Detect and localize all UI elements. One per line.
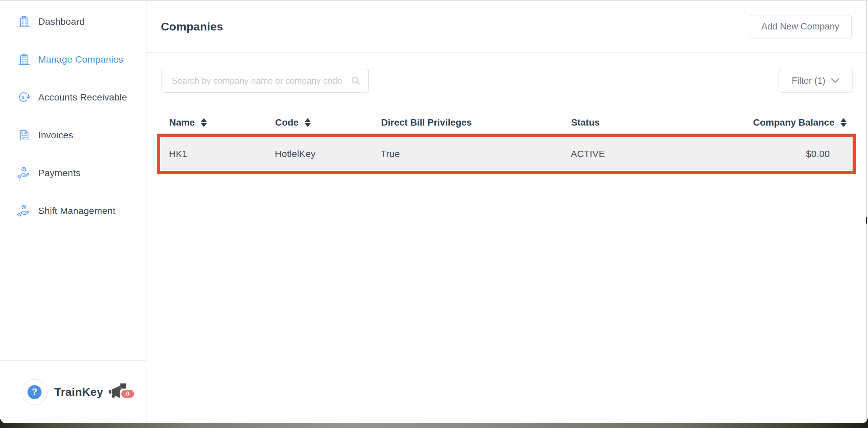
sidebar-item-label: Manage Companies <box>38 54 123 65</box>
hand-coin-icon: $ <box>18 166 31 180</box>
cell-name: HK1 <box>169 149 275 159</box>
cell-code: HotlelKey <box>275 149 381 159</box>
sidebar-item-payments[interactable]: $ Payments <box>18 162 146 185</box>
cell-direct-bill-privileges: True <box>381 149 571 159</box>
sidebar-item-shift-management[interactable]: $ Shift Management <box>18 200 146 222</box>
sidebar-item-label: Accounts Receivable <box>38 92 127 103</box>
building-icon <box>18 15 31 29</box>
question-mark-icon: ? <box>28 385 41 399</box>
sort-icon[interactable] <box>840 118 846 127</box>
announcements-button[interactable]: 0 <box>108 384 134 401</box>
sidebar-item-manage-companies[interactable]: Manage Companies <box>18 48 146 71</box>
page-title: Companies <box>161 20 223 33</box>
column-header-status: Status <box>571 117 752 128</box>
sidebar: Dashboard Manage Companies $ <box>0 1 147 423</box>
building-icon <box>18 53 31 66</box>
sidebar-item-label: Shift Management <box>38 206 115 216</box>
invoice-document-icon: $ <box>18 129 31 142</box>
svg-text:$: $ <box>22 94 25 100</box>
search-icon <box>350 75 361 86</box>
scrollbar-thumb[interactable] <box>866 217 867 224</box>
cell-status: ACTIVE <box>571 149 752 159</box>
sidebar-item-label: Invoices <box>38 130 73 141</box>
svg-text:$: $ <box>21 131 23 135</box>
column-header-company-balance[interactable]: Company Balance <box>752 117 846 128</box>
column-header-direct-bill-privileges: Direct Bill Privileges <box>381 117 571 128</box>
table-row[interactable]: HK1 HotlelKey True ACTIVE $0.00 <box>161 138 851 170</box>
column-header-code[interactable]: Code <box>275 117 381 128</box>
sidebar-item-dashboard[interactable]: Dashboard <box>18 10 146 33</box>
brand-trainkey: TrainKey <box>54 386 103 398</box>
dollar-circle-arrow-icon: $ <box>18 91 31 104</box>
page-header: Companies Add New Company <box>147 1 868 53</box>
hand-coin-icon: $ <box>18 204 31 218</box>
search-input[interactable] <box>161 69 369 93</box>
app-window: Dashboard Manage Companies $ <box>0 0 868 423</box>
sidebar-item-label: Payments <box>38 168 81 178</box>
column-header-name[interactable]: Name <box>169 117 275 128</box>
svg-text:$: $ <box>23 205 25 209</box>
sidebar-item-invoices[interactable]: $ Invoices <box>18 124 146 147</box>
search-box <box>161 69 369 93</box>
sort-icon[interactable] <box>201 118 207 127</box>
main-content: Companies Add New Company Filter (1) Nam… <box>147 1 868 423</box>
sort-icon[interactable] <box>305 118 311 127</box>
scrollbar-track[interactable] <box>866 2 867 423</box>
cell-company-balance: $0.00 <box>752 149 830 159</box>
sidebar-item-label: Dashboard <box>38 17 85 27</box>
filter-label: Filter (1) <box>792 76 826 86</box>
highlight-annotation-box: HK1 HotlelKey True ACTIVE $0.00 <box>157 134 856 174</box>
chevron-down-icon <box>831 78 839 84</box>
help-button[interactable]: ? <box>22 379 48 405</box>
toolbar: Filter (1) <box>147 69 868 93</box>
add-new-company-button[interactable]: Add New Company <box>749 15 852 38</box>
sidebar-footer: ? TrainKey 0 <box>0 360 146 423</box>
filter-button[interactable]: Filter (1) <box>778 69 852 93</box>
svg-text:$: $ <box>23 167 25 171</box>
sidebar-item-accounts-receivable[interactable]: $ Accounts Receivable <box>18 86 146 109</box>
table-header-row: Name Code Direct Bill Privileges Status … <box>147 114 868 131</box>
notification-badge: 0 <box>121 390 134 398</box>
